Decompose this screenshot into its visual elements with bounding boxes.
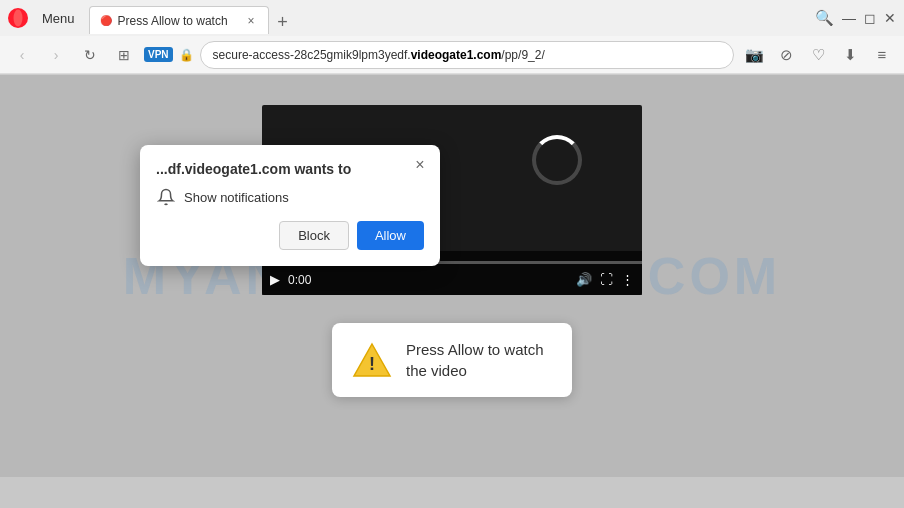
- tab-favicon: 🔴: [100, 15, 112, 26]
- address-text: secure-access-28c25gmik9lpm3yedf.videoga…: [213, 48, 545, 62]
- opera-logo: [8, 8, 28, 28]
- svg-text:!: !: [369, 354, 375, 374]
- forward-button[interactable]: ›: [42, 41, 70, 69]
- popup-permission: Show notifications: [156, 187, 424, 207]
- toolbar: ‹ › ↻ ⊞ VPN 🔒 secure-access-28c25gmik9lp…: [0, 36, 904, 74]
- address-bar[interactable]: secure-access-28c25gmik9lpm3yedf.videoga…: [200, 41, 734, 69]
- permission-label: Show notifications: [184, 190, 289, 205]
- more-button[interactable]: ⋮: [621, 272, 634, 287]
- search-icon[interactable]: 🔍: [815, 9, 834, 27]
- allow-button[interactable]: Allow: [357, 221, 424, 250]
- popup-close-button[interactable]: ×: [410, 155, 430, 175]
- press-allow-text: Press Allow to watch the video: [406, 339, 544, 381]
- bookmark-button[interactable]: ♡: [804, 41, 832, 69]
- notification-perm-icon: [156, 187, 176, 207]
- title-bar: Menu 🔴 Press Allow to watch × + 🔍 — ◻ ✕: [0, 0, 904, 36]
- popup-site-text: ...df.videogate1.com wants to: [156, 161, 424, 177]
- toolbar-icons: 📷 ⊘ ♡ ⬇ ≡: [740, 41, 896, 69]
- tabs-button[interactable]: ⊞: [110, 41, 138, 69]
- video-loading-spinner: [532, 135, 582, 185]
- new-tab-button[interactable]: +: [271, 10, 295, 34]
- press-allow-notice: ! Press Allow to watch the video: [332, 323, 572, 397]
- menu-button[interactable]: Menu: [36, 9, 81, 28]
- tab-bar: 🔴 Press Allow to watch × +: [85, 2, 299, 34]
- active-tab[interactable]: 🔴 Press Allow to watch ×: [89, 6, 269, 34]
- tab-close-button[interactable]: ×: [245, 13, 258, 29]
- minimize-button[interactable]: —: [842, 10, 856, 26]
- notification-popup: × ...df.videogate1.com wants to Show not…: [140, 145, 440, 266]
- browser-chrome: Menu 🔴 Press Allow to watch × + 🔍 — ◻ ✕ …: [0, 0, 904, 75]
- video-control-row: ▶ 0:00 🔊 ⛶ ⋮: [262, 272, 642, 287]
- reload-button[interactable]: ↻: [76, 41, 104, 69]
- warning-icon: !: [352, 340, 392, 380]
- play-button[interactable]: ▶: [270, 272, 280, 287]
- tab-label: Press Allow to watch: [118, 14, 239, 28]
- lock-icon: 🔒: [179, 48, 194, 62]
- svg-point-1: [14, 10, 23, 27]
- volume-button[interactable]: 🔊: [576, 272, 592, 287]
- block-button[interactable]: Block: [279, 221, 349, 250]
- back-button[interactable]: ‹: [8, 41, 36, 69]
- camera-button[interactable]: 📷: [740, 41, 768, 69]
- shield-button[interactable]: ⊘: [772, 41, 800, 69]
- fullscreen-button[interactable]: ⛶: [600, 272, 613, 287]
- maximize-button[interactable]: ◻: [864, 10, 876, 26]
- extensions-button[interactable]: ⬇: [836, 41, 864, 69]
- page-content: MYANTISPYWARE.COM ▶ 0:00 🔊 ⛶ ⋮ × ...df.v…: [0, 75, 904, 477]
- vpn-badge[interactable]: VPN: [144, 47, 173, 62]
- video-time: 0:00: [288, 273, 568, 287]
- popup-buttons: Block Allow: [156, 221, 424, 250]
- close-window-button[interactable]: ✕: [884, 10, 896, 26]
- browser-menu-button[interactable]: ≡: [868, 41, 896, 69]
